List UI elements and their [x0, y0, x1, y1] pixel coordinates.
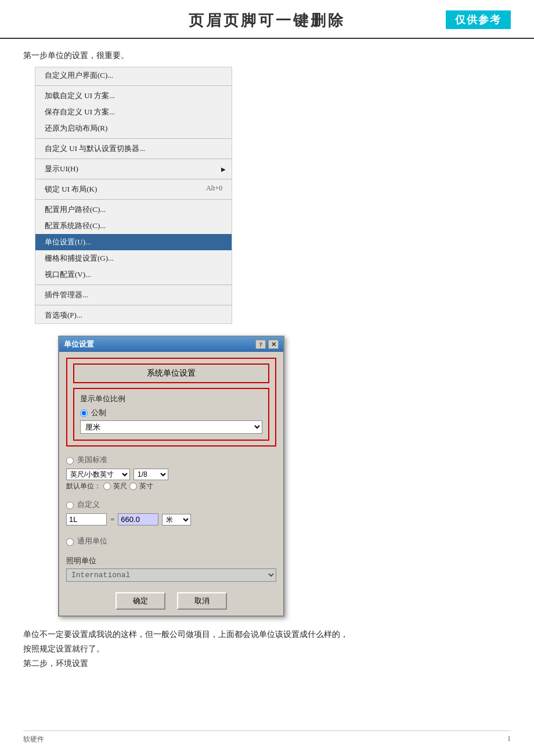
custom-input-row: 1L = 米: [66, 513, 276, 525]
custom-radio[interactable]: [66, 502, 74, 509]
dialog-help-button[interactable]: ?: [255, 340, 266, 349]
general-section: 通用单位: [66, 534, 276, 552]
bottom-para1: 单位不一定要设置成我说的这样，但一般公司做项目，上面都会说单位该设置成什么样的，: [23, 627, 511, 642]
custom-radio-row: 自定义: [66, 499, 276, 511]
bottom-para3: 第二步，环境设置: [23, 656, 511, 671]
menu-item-configure-system-path[interactable]: 配置系统路径(C)...: [35, 218, 232, 234]
general-label: 通用单位: [77, 536, 107, 546]
dialog-overlay: 单位设置 ? ✕ 系统单位设置 显示单位比例: [58, 336, 511, 617]
dialog-close-button[interactable]: ✕: [268, 340, 279, 349]
default-unit-label: 默认单位：: [66, 481, 101, 491]
menu-item-restore-layout[interactable]: 还原为启动布局(R): [35, 120, 232, 136]
intro-text: 第一步单位的设置，很重要。: [23, 51, 511, 61]
menu-item-load-ui[interactable]: 加载自定义 UI 方案...: [35, 88, 232, 104]
default-unit-row: 默认单位： 英尺 英寸: [66, 481, 276, 491]
metric-select-row: 厘米: [80, 420, 262, 434]
menu-divider: [35, 138, 232, 139]
dialog-titlebar-buttons: ? ✕: [255, 340, 279, 349]
custom-unit-select[interactable]: 米: [162, 514, 191, 525]
menu-divider: [35, 179, 232, 179]
menu-divider: [35, 305, 232, 305]
menu-item-show-ui[interactable]: 显示UI(H): [35, 161, 232, 177]
menu-item-viewport-settings[interactable]: 视口配置(V)...: [35, 267, 232, 283]
main-content: 第一步单位的设置，很重要。 自定义用户界面(C)... 加载自定义 UI 方案.…: [0, 39, 534, 694]
page-header: 页眉页脚可一键删除 仅供参考: [0, 0, 534, 39]
general-radio[interactable]: [66, 538, 74, 546]
page-footer: 软硬件 1: [23, 730, 511, 744]
confirm-button[interactable]: 确定: [116, 592, 165, 610]
feet-label: 英尺: [113, 481, 127, 491]
system-unit-button[interactable]: 系统单位设置: [73, 363, 269, 383]
general-radio-row: 通用单位: [66, 536, 276, 548]
menu-item-customize-ui[interactable]: 自定义用户界面(C)...: [35, 67, 232, 84]
bottom-para2: 按照规定设置就行了。: [23, 642, 511, 656]
menu-item-preferences[interactable]: 首选项(P)...: [35, 307, 232, 323]
metric-radio[interactable]: [80, 409, 88, 417]
menu-divider: [35, 85, 232, 86]
us-unit-select-row: 英尺/小数英寸 1/8: [66, 469, 276, 480]
menu-divider: [35, 285, 232, 285]
footer-right: 1: [507, 735, 511, 744]
lighting-section: 照明单位 International: [66, 556, 276, 582]
us-fraction-select[interactable]: 1/8: [134, 469, 168, 480]
lighting-unit-select[interactable]: International: [66, 568, 276, 582]
menu-divider: [35, 199, 232, 200]
menu-item-lock-ui[interactable]: 锁定 UI 布局(K) Alt+0: [35, 181, 232, 197]
cancel-button[interactable]: 取消: [177, 592, 227, 610]
menu-item-unit-settings[interactable]: 单位设置(U)...: [35, 234, 232, 250]
menu-box: 自定义用户界面(C)... 加载自定义 UI 方案... 保存自定义 UI 方案…: [35, 67, 232, 324]
menu-item-configure-user-path[interactable]: 配置用户路径(C)...: [35, 201, 232, 218]
menu-item-switch-ui[interactable]: 自定义 UI 与默认设置切换器...: [35, 141, 232, 157]
metric-label: 公制: [91, 408, 106, 418]
display-scale-section: 显示单位比例 公制 厘米: [73, 388, 269, 441]
dialog-body: 系统单位设置 显示单位比例 公制 厘米: [59, 352, 283, 588]
menu-item-grid-settings[interactable]: 栅格和捕提设置(G)...: [35, 250, 232, 267]
us-standard-radio[interactable]: [66, 457, 74, 465]
metric-radio-row: 公制: [80, 408, 262, 418]
unit-scale-label: 显示单位比例: [80, 394, 262, 404]
lighting-label: 照明单位: [66, 556, 276, 566]
unit-settings-dialog: 单位设置 ? ✕ 系统单位设置 显示单位比例: [58, 336, 284, 617]
inches-label: 英寸: [139, 481, 153, 491]
custom-section: 自定义 1L = 米: [66, 497, 276, 530]
custom-number-input[interactable]: [118, 513, 158, 525]
dialog-title: 单位设置: [64, 339, 94, 350]
dialog-titlebar: 单位设置 ? ✕: [59, 337, 283, 352]
unit-red-section: 系统单位设置 显示单位比例 公制 厘米: [66, 358, 276, 447]
custom-value-input[interactable]: 1L: [66, 513, 107, 525]
custom-label: 自定义: [77, 499, 100, 510]
inches-radio[interactable]: [129, 483, 137, 490]
menu-item-save-ui[interactable]: 保存自定义 UI 方案...: [35, 104, 232, 120]
us-unit-select[interactable]: 英尺/小数英寸: [66, 469, 130, 480]
us-standard-section: 美国标准 英尺/小数英寸 1/8 默认单位： 英尺: [66, 452, 276, 494]
footer-left: 软硬件: [23, 735, 44, 744]
feet-radio[interactable]: [103, 483, 111, 490]
dialog-footer: 确定 取消: [59, 588, 283, 615]
metric-unit-select[interactable]: 厘米: [80, 420, 262, 434]
menu-item-plugin-manager[interactable]: 插件管理器...: [35, 287, 232, 303]
lighting-select-row: International: [66, 568, 276, 582]
bottom-text: 单位不一定要设置成我说的这样，但一般公司做项目，上面都会说单位该设置成什么样的，…: [23, 627, 511, 671]
equals-sign: =: [110, 515, 114, 524]
us-standard-label: 美国标准: [77, 455, 107, 465]
page-title: 页眉页脚可一键删除: [189, 10, 345, 31]
reference-badge: 仅供参考: [446, 10, 511, 29]
menu-divider: [35, 159, 232, 159]
us-standard-radio-row: 美国标准: [66, 455, 276, 466]
